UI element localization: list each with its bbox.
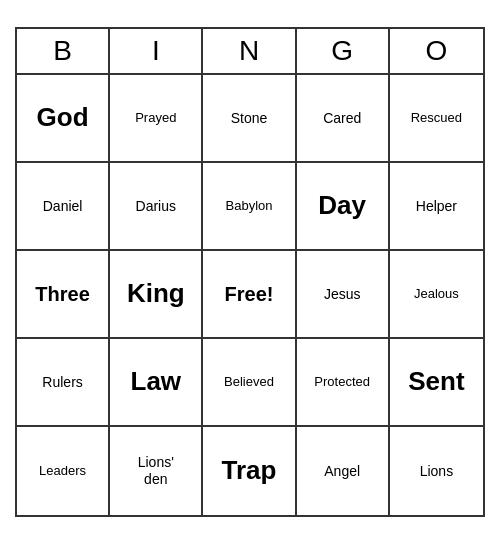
bingo-cell-13: Jesus <box>297 251 390 339</box>
bingo-cell-text-0: God <box>37 102 89 133</box>
bingo-cell-4: Rescued <box>390 75 483 163</box>
bingo-cell-text-2: Stone <box>231 110 268 127</box>
bingo-cell-20: Leaders <box>17 427 110 515</box>
bingo-cell-text-24: Lions <box>420 463 453 480</box>
bingo-cell-14: Jealous <box>390 251 483 339</box>
header-cell-b: B <box>17 29 110 73</box>
bingo-cell-text-7: Babylon <box>226 198 273 214</box>
header-cell-g: G <box>297 29 390 73</box>
bingo-cell-text-5: Daniel <box>43 198 83 215</box>
bingo-grid: GodPrayedStoneCaredRescuedDanielDariusBa… <box>17 75 483 515</box>
header-cell-n: N <box>203 29 296 73</box>
bingo-cell-12: Free! <box>203 251 296 339</box>
bingo-cell-text-22: Trap <box>222 455 277 486</box>
bingo-cell-18: Protected <box>297 339 390 427</box>
bingo-cell-text-13: Jesus <box>324 286 361 303</box>
bingo-cell-6: Darius <box>110 163 203 251</box>
bingo-cell-15: Rulers <box>17 339 110 427</box>
bingo-cell-text-18: Protected <box>314 374 370 390</box>
bingo-cell-text-14: Jealous <box>414 286 459 302</box>
bingo-cell-10: Three <box>17 251 110 339</box>
bingo-cell-text-6: Darius <box>136 198 176 215</box>
bingo-cell-text-23: Angel <box>324 463 360 480</box>
bingo-cell-24: Lions <box>390 427 483 515</box>
bingo-cell-text-4: Rescued <box>411 110 462 126</box>
bingo-cell-2: Stone <box>203 75 296 163</box>
bingo-cell-3: Cared <box>297 75 390 163</box>
bingo-card: BINGO GodPrayedStoneCaredRescuedDanielDa… <box>15 27 485 517</box>
bingo-cell-text-12: Free! <box>225 282 274 306</box>
bingo-cell-11: King <box>110 251 203 339</box>
bingo-cell-text-10: Three <box>35 282 89 306</box>
bingo-cell-21: Lions' den <box>110 427 203 515</box>
bingo-cell-19: Sent <box>390 339 483 427</box>
bingo-cell-text-17: Believed <box>224 374 274 390</box>
bingo-cell-22: Trap <box>203 427 296 515</box>
bingo-cell-text-16: Law <box>131 366 182 397</box>
bingo-cell-text-8: Day <box>318 190 366 221</box>
bingo-cell-text-19: Sent <box>408 366 464 397</box>
bingo-header: BINGO <box>17 29 483 75</box>
bingo-cell-23: Angel <box>297 427 390 515</box>
header-cell-o: O <box>390 29 483 73</box>
bingo-cell-text-20: Leaders <box>39 463 86 479</box>
bingo-cell-text-3: Cared <box>323 110 361 127</box>
bingo-cell-text-15: Rulers <box>42 374 82 391</box>
bingo-cell-text-21: Lions' den <box>138 454 174 488</box>
bingo-cell-text-11: King <box>127 278 185 309</box>
bingo-cell-7: Babylon <box>203 163 296 251</box>
bingo-cell-text-9: Helper <box>416 198 457 215</box>
bingo-cell-text-1: Prayed <box>135 110 176 126</box>
bingo-cell-0: God <box>17 75 110 163</box>
bingo-cell-16: Law <box>110 339 203 427</box>
bingo-cell-1: Prayed <box>110 75 203 163</box>
bingo-cell-8: Day <box>297 163 390 251</box>
bingo-cell-5: Daniel <box>17 163 110 251</box>
bingo-cell-9: Helper <box>390 163 483 251</box>
header-cell-i: I <box>110 29 203 73</box>
bingo-cell-17: Believed <box>203 339 296 427</box>
